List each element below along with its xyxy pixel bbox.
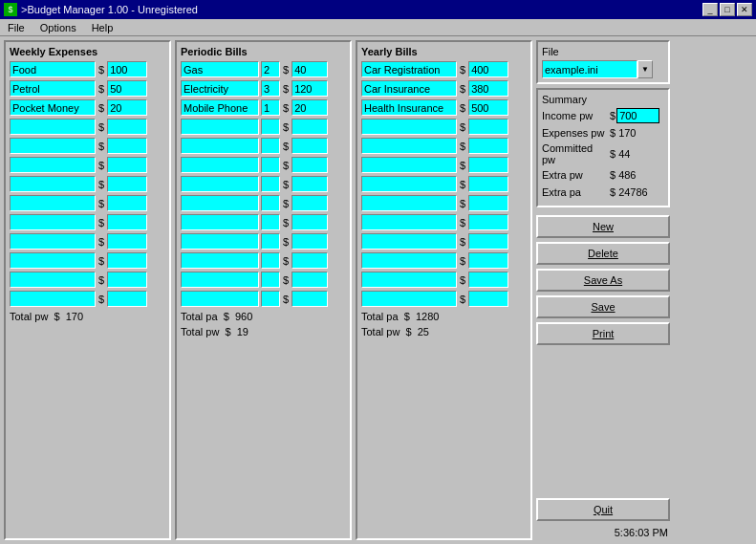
yearly-amount-3[interactable] (468, 119, 508, 135)
file-dropdown-button[interactable]: ▼ (637, 60, 653, 78)
print-button[interactable]: Print (536, 322, 670, 345)
yearly-name-11[interactable] (361, 272, 457, 288)
periodic-amount-0[interactable] (292, 61, 328, 77)
periodic-name-5[interactable] (181, 157, 259, 173)
periodic-freq-8[interactable] (261, 214, 280, 230)
periodic-amount-10[interactable] (292, 252, 328, 269)
yearly-amount-12[interactable] (468, 291, 508, 307)
weekly-name-4[interactable] (10, 138, 96, 154)
periodic-name-10[interactable] (181, 252, 259, 269)
periodic-name-8[interactable] (181, 214, 259, 230)
periodic-freq-5[interactable] (261, 157, 280, 173)
yearly-name-4[interactable] (361, 138, 457, 154)
save-button[interactable]: Save (536, 295, 670, 318)
weekly-amount-8[interactable] (107, 214, 147, 230)
yearly-amount-8[interactable] (468, 214, 508, 230)
minimize-button[interactable]: _ (702, 3, 718, 16)
periodic-freq-6[interactable] (261, 176, 280, 192)
weekly-amount-10[interactable] (107, 252, 147, 269)
weekly-name-8[interactable] (10, 214, 96, 230)
weekly-amount-4[interactable] (107, 138, 147, 154)
weekly-name-5[interactable] (10, 157, 96, 173)
yearly-amount-2[interactable] (468, 99, 508, 116)
weekly-name-10[interactable] (10, 252, 96, 269)
periodic-amount-3[interactable] (292, 119, 328, 135)
periodic-amount-2[interactable] (292, 99, 328, 116)
periodic-freq-9[interactable] (261, 233, 280, 250)
close-button[interactable]: ✕ (737, 3, 752, 16)
yearly-amount-0[interactable] (468, 61, 508, 77)
yearly-amount-5[interactable] (468, 157, 508, 173)
periodic-name-2[interactable] (181, 99, 259, 116)
weekly-name-9[interactable] (10, 233, 96, 250)
periodic-amount-6[interactable] (292, 176, 328, 192)
weekly-amount-6[interactable] (107, 176, 147, 192)
yearly-name-6[interactable] (361, 176, 457, 192)
yearly-name-5[interactable] (361, 157, 457, 173)
yearly-amount-4[interactable] (468, 138, 508, 154)
periodic-amount-7[interactable] (292, 195, 328, 211)
menu-file[interactable]: File (4, 21, 29, 34)
yearly-amount-9[interactable] (468, 233, 508, 250)
yearly-name-3[interactable] (361, 119, 457, 135)
weekly-amount-3[interactable] (107, 119, 147, 135)
menu-options[interactable]: Options (36, 21, 80, 34)
periodic-freq-7[interactable] (261, 195, 280, 211)
weekly-amount-0[interactable] (107, 61, 147, 77)
weekly-amount-1[interactable] (107, 80, 147, 97)
maximize-button[interactable]: □ (720, 3, 735, 16)
periodic-freq-2[interactable] (261, 99, 280, 116)
new-button[interactable]: New (536, 215, 670, 238)
yearly-name-2[interactable] (361, 99, 457, 116)
periodic-amount-5[interactable] (292, 157, 328, 173)
periodic-name-12[interactable] (181, 291, 259, 307)
periodic-freq-10[interactable] (261, 252, 280, 269)
yearly-amount-6[interactable] (468, 176, 508, 192)
periodic-name-1[interactable] (181, 80, 259, 97)
weekly-amount-2[interactable] (107, 99, 147, 116)
quit-button[interactable]: Quit (536, 498, 670, 521)
menu-help[interactable]: Help (88, 21, 118, 34)
weekly-name-1[interactable] (10, 80, 96, 97)
weekly-amount-5[interactable] (107, 157, 147, 173)
yearly-name-12[interactable] (361, 291, 457, 307)
yearly-amount-7[interactable] (468, 195, 508, 211)
periodic-freq-0[interactable] (261, 61, 280, 77)
yearly-name-9[interactable] (361, 233, 457, 250)
periodic-amount-12[interactable] (292, 291, 328, 307)
summary-item-value-0[interactable] (616, 108, 659, 123)
weekly-amount-7[interactable] (107, 195, 147, 211)
periodic-name-6[interactable] (181, 176, 259, 192)
periodic-name-4[interactable] (181, 138, 259, 154)
weekly-name-6[interactable] (10, 176, 96, 192)
weekly-name-2[interactable] (10, 99, 96, 116)
yearly-amount-10[interactable] (468, 252, 508, 269)
weekly-amount-12[interactable] (107, 291, 147, 307)
periodic-amount-11[interactable] (292, 272, 328, 288)
delete-button[interactable]: Delete (536, 242, 670, 265)
weekly-name-11[interactable] (10, 272, 96, 288)
yearly-name-10[interactable] (361, 252, 457, 269)
periodic-name-0[interactable] (181, 61, 259, 77)
periodic-freq-11[interactable] (261, 272, 280, 288)
weekly-name-7[interactable] (10, 195, 96, 211)
periodic-name-11[interactable] (181, 272, 259, 288)
periodic-name-7[interactable] (181, 195, 259, 211)
weekly-name-0[interactable] (10, 61, 96, 77)
file-input[interactable] (542, 60, 637, 78)
yearly-name-0[interactable] (361, 61, 457, 77)
periodic-freq-12[interactable] (261, 291, 280, 307)
periodic-freq-4[interactable] (261, 138, 280, 154)
periodic-amount-8[interactable] (292, 214, 328, 230)
periodic-amount-4[interactable] (292, 138, 328, 154)
yearly-amount-11[interactable] (468, 272, 508, 288)
weekly-amount-9[interactable] (107, 233, 147, 250)
weekly-amount-11[interactable] (107, 272, 147, 288)
periodic-amount-1[interactable] (292, 80, 328, 97)
periodic-amount-9[interactable] (292, 233, 328, 250)
yearly-name-8[interactable] (361, 214, 457, 230)
yearly-name-1[interactable] (361, 80, 457, 97)
weekly-name-12[interactable] (10, 291, 96, 307)
periodic-name-9[interactable] (181, 233, 259, 250)
yearly-name-7[interactable] (361, 195, 457, 211)
